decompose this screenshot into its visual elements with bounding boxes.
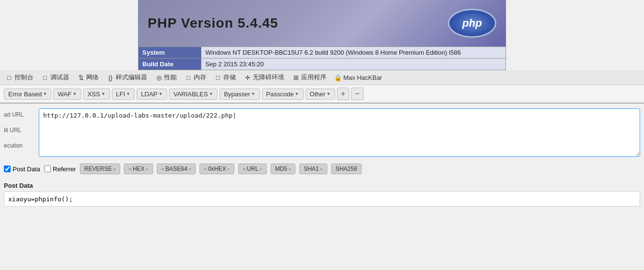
referrer-checkbox[interactable] — [44, 165, 51, 172]
base64-label: BASE64 — [165, 165, 187, 172]
hackbar-other[interactable]: Other ▼ — [306, 89, 335, 100]
hackbar-error-based-label: Error Based — [8, 90, 42, 98]
hackbar-waf[interactable]: WAF ▼ — [53, 89, 81, 100]
main-content: ad URL lit URL ecution http://127.0.0.1/… — [0, 104, 644, 211]
toolbar-item-debugger[interactable]: □ 调试器 — [39, 72, 72, 83]
chevron-down-icon: ▼ — [209, 91, 213, 96]
php-info-table: System Windows NT DESKTOP-BBC15U7 6.2 bu… — [138, 46, 506, 70]
accessibility-icon: ✛ — [244, 74, 251, 81]
toolbar-label-performance: 性能 — [164, 73, 177, 82]
hackbar-remove-button[interactable]: − — [351, 88, 363, 100]
url-section: ad URL lit URL ecution http://127.0.0.1/… — [4, 108, 640, 157]
arrow-right-icon: » — [260, 166, 262, 172]
arrow-left-icon: « — [243, 165, 246, 172]
md5-label: MD5 — [275, 165, 287, 172]
toolbar-item-console[interactable]: □ 控制台 — [3, 72, 36, 83]
split-url-label: lit URL — [4, 127, 39, 134]
toolbar-item-hackbar[interactable]: 🔒 Max HacKBar — [332, 73, 384, 82]
load-url-label: ad URL — [4, 111, 39, 118]
storage-icon: □ — [214, 74, 222, 81]
toolbar-item-storage[interactable]: □ 存储 — [212, 72, 238, 83]
arrow-right-icon: » — [146, 166, 149, 172]
hackbar-variables[interactable]: VARIABLES ▼ — [169, 89, 217, 100]
toolbar-item-style-editor[interactable]: {} 样式编辑器 — [104, 72, 150, 83]
php-banner: PHP Version 5.4.45 php — [138, 0, 506, 46]
toolbar-item-accessibility[interactable]: ✛ 无障碍环境 — [241, 72, 287, 83]
arrow-right-icon: » — [288, 166, 291, 172]
hackbar-xss-label: XSS — [88, 90, 100, 98]
post-data-checkbox-label: Post Data — [13, 165, 40, 173]
builddate-value: Sep 2 2015 23:45:20 — [201, 59, 506, 70]
md5-button[interactable]: MD5 » — [271, 164, 295, 174]
hackbar-error-based[interactable]: Error Based ▼ — [4, 89, 51, 100]
hackbar-passcode-label: Passcode — [266, 90, 294, 98]
arrow-right-icon: » — [227, 166, 230, 172]
hackbar-ldap-label: LDAP — [141, 90, 157, 98]
oxhex-label: 0xHEX — [208, 165, 226, 172]
base64-button[interactable]: « BASE64 » — [157, 164, 196, 174]
hackbar-menu: Error Based ▼ WAF ▼ XSS ▼ LFI ▼ LDAP ▼ V… — [0, 85, 644, 104]
hackbar-lfi-label: LFI — [116, 90, 125, 98]
sha256-label: SHA256 — [336, 165, 357, 172]
lock-icon: 🔒 — [334, 74, 342, 81]
hex-button[interactable]: « HEX » — [124, 164, 153, 174]
url-encode-button[interactable]: « URL » — [238, 164, 267, 174]
table-row: Build Date Sep 2 2015 23:45:20 — [138, 59, 506, 70]
performance-icon: ◎ — [155, 74, 163, 81]
style-editor-icon: {} — [107, 74, 114, 81]
chevron-down-icon: ▼ — [43, 91, 47, 96]
hackbar-ldap[interactable]: LDAP ▼ — [137, 89, 167, 100]
action-bar: Post Data Referrer REVERSE » « HEX » « B… — [4, 160, 640, 178]
toolbar-item-network[interactable]: ⇅ 网络 — [75, 72, 101, 83]
post-data-checkbox-item[interactable]: Post Data — [4, 165, 40, 173]
sha1-label: SHA1 — [304, 165, 319, 172]
network-icon: ⇅ — [77, 74, 85, 81]
hex-label: HEX — [133, 165, 145, 172]
system-label: System — [138, 47, 201, 59]
hackbar-bypasser-label: Bypasser — [224, 90, 250, 98]
hackbar-passcode[interactable]: Passcode ▼ — [262, 89, 304, 100]
system-value: Windows NT DESKTOP-BBC15U7 6.2 build 920… — [201, 47, 506, 59]
php-version-title: PHP Version 5.4.45 — [148, 15, 278, 31]
toolbar-item-applications[interactable]: ⊞ 应用程序 — [290, 72, 329, 83]
chevron-down-icon: ▼ — [295, 91, 299, 96]
toolbar-item-memory[interactable]: □ 内存 — [182, 72, 209, 83]
arrow-left-icon: « — [128, 165, 132, 172]
memory-icon: □ — [184, 74, 192, 81]
hackbar-add-button[interactable]: + — [337, 88, 349, 100]
toolbar-label-hackbar: Max HacKBar — [343, 74, 382, 81]
reverse-label: REVERSE — [84, 165, 112, 172]
toolbar-label-network: 网络 — [86, 73, 99, 82]
reverse-button[interactable]: REVERSE » — [80, 164, 120, 174]
arrow-left-icon: « — [204, 165, 207, 172]
toolbar-label-storage: 存储 — [223, 73, 236, 82]
toolbar-item-performance[interactable]: ◎ 性能 — [153, 72, 179, 83]
execution-label: ecution — [4, 142, 39, 149]
referrer-checkbox-item[interactable]: Referrer — [44, 165, 76, 173]
dev-toolbar: □ 控制台 □ 调试器 ⇅ 网络 {} 样式编辑器 ◎ 性能 □ 内存 □ 存储… — [0, 70, 644, 85]
url-input[interactable]: http://127.0.0.1/upload-labs-master/uplo… — [39, 108, 640, 157]
oxhex-button[interactable]: « 0xHEX » — [199, 164, 234, 174]
hackbar-xss[interactable]: XSS ▼ — [83, 89, 110, 100]
toolbar-label-console: 控制台 — [15, 73, 33, 82]
table-row: System Windows NT DESKTOP-BBC15U7 6.2 bu… — [138, 47, 506, 59]
chevron-down-icon: ▼ — [126, 91, 130, 96]
sha256-button[interactable]: SHA256 — [331, 164, 362, 174]
post-section: Post Data — [4, 182, 640, 207]
arrow-left-icon: « — [161, 165, 165, 172]
hackbar-lfi[interactable]: LFI ▼ — [112, 89, 135, 100]
hackbar-bypasser[interactable]: Bypasser ▼ — [219, 89, 260, 100]
post-data-input[interactable] — [4, 191, 640, 207]
chevron-down-icon: ▼ — [101, 91, 106, 96]
hackbar-variables-label: VARIABLES — [173, 90, 208, 98]
toolbar-label-memory: 内存 — [194, 73, 206, 82]
url-labels: ad URL lit URL ecution — [4, 108, 39, 149]
toolbar-label-applications: 应用程序 — [301, 73, 326, 82]
arrow-right-icon: » — [320, 166, 323, 172]
post-data-checkbox[interactable] — [4, 165, 11, 172]
chevron-down-icon: ▼ — [158, 91, 163, 96]
chevron-down-icon: ▼ — [251, 91, 256, 96]
debugger-icon: □ — [41, 74, 49, 81]
sha1-button[interactable]: SHA1 » — [299, 164, 327, 174]
hackbar-waf-label: WAF — [58, 90, 71, 98]
